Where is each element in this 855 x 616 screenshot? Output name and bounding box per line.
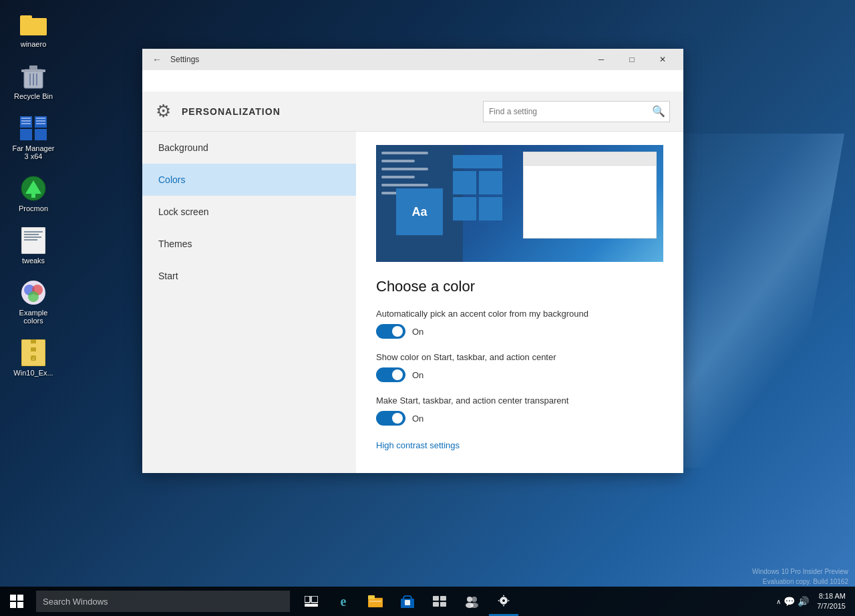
maximize-button[interactable]: □	[617, 49, 647, 70]
desktop-icon-tweaks[interactable]: tweaks	[7, 223, 60, 269]
auto-accent-setting: Automatically pick an accent color from …	[376, 309, 663, 339]
preview-line-1	[381, 152, 428, 154]
svg-rect-14	[21, 118, 31, 119]
window-controls: ─ □ ✕	[586, 49, 678, 70]
svg-point-55	[467, 597, 472, 602]
desktop-icon-example-colors[interactable]: Example colors	[7, 275, 60, 329]
transparent-start-toggle-row: On	[376, 411, 663, 426]
taskbar: Search Windows e	[0, 587, 855, 616]
preview-tile-1	[453, 171, 476, 194]
svg-rect-16	[21, 123, 31, 124]
settings-body: ⚙ PERSONALIZATION 🔍 Background Colors	[142, 70, 683, 473]
preview-window-header	[524, 152, 656, 166]
auto-accent-toggle-row: On	[376, 324, 663, 339]
title-bar: ← Settings ─ □ ✕	[142, 49, 683, 70]
svg-rect-34	[31, 343, 36, 347]
taskbar-app-icons: e	[297, 587, 518, 616]
desktop-icon-recycle-bin-label: Recycle Bin	[14, 92, 53, 100]
preview-font-icon: Aa	[396, 188, 443, 235]
preview-tile-2	[479, 171, 502, 194]
window-title: Settings	[166, 55, 586, 64]
color-on-start-label: Show color on Start, taskbar, and action…	[376, 352, 663, 362]
people-button[interactable]	[457, 587, 486, 616]
clock-date: 7/7/2015	[817, 601, 846, 611]
sidebar-item-lock-screen[interactable]: Lock screen	[142, 196, 356, 228]
desktop-icon-example-colors-label: Example colors	[11, 309, 56, 325]
svg-rect-47	[368, 595, 375, 599]
svg-rect-43	[305, 596, 310, 603]
main-content: Aa Choose a	[356, 132, 683, 473]
svg-rect-24	[24, 231, 43, 233]
preview-tile-4	[479, 197, 502, 220]
taskview2-button[interactable]	[425, 587, 454, 616]
volume-icon[interactable]: 🔊	[798, 596, 809, 607]
svg-rect-18	[36, 120, 45, 122]
store-button[interactable]	[393, 587, 422, 616]
back-button[interactable]: ←	[148, 50, 166, 69]
tray-expand-icon[interactable]: ∧	[776, 598, 781, 605]
settings-taskbar-button[interactable]	[489, 587, 518, 616]
build-info-line1: Windows 10 Pro Insider Preview	[752, 567, 848, 577]
transparent-start-toggle[interactable]	[376, 411, 405, 426]
edge-button[interactable]: e	[329, 587, 358, 616]
svg-rect-17	[36, 118, 45, 119]
svg-rect-33	[31, 339, 36, 343]
svg-rect-6	[21, 69, 45, 72]
svg-rect-36	[31, 351, 36, 355]
svg-rect-53	[433, 602, 439, 607]
color-on-start-toggle[interactable]	[376, 367, 405, 382]
svg-rect-25	[24, 234, 39, 235]
preview-line-5	[381, 184, 428, 186]
settings-gear-icon: ⚙	[156, 101, 171, 122]
desktop-icon-win10-ex[interactable]: Z Win10_Ex...	[7, 335, 60, 381]
sidebar-item-themes[interactable]: Themes	[142, 228, 356, 260]
desktop-icon-procmon[interactable]: Procmon	[7, 171, 60, 216]
svg-rect-51	[433, 596, 439, 601]
svg-rect-41	[10, 602, 16, 608]
colors-section-title: Choose a color	[376, 278, 663, 295]
system-clock[interactable]: 8:18 AM 7/7/2015	[813, 590, 850, 613]
desktop-icon-far-manager[interactable]: Far Manager 3 x64	[7, 111, 60, 164]
sidebar-item-colors[interactable]: Colors	[142, 164, 356, 196]
svg-rect-42	[17, 602, 23, 608]
desktop-icon-winaero-label: winaero	[21, 40, 47, 48]
close-button[interactable]: ✕	[647, 49, 678, 70]
sidebar-item-background[interactable]: Background	[142, 132, 356, 164]
task-view-button[interactable]	[297, 587, 326, 616]
explorer-button[interactable]	[361, 587, 390, 616]
desktop-icon-recycle-bin[interactable]: Recycle Bin	[7, 59, 60, 104]
start-button[interactable]	[0, 587, 33, 616]
desktop-icon-far-manager-label: Far Manager 3 x64	[11, 144, 56, 160]
preview-line-3	[381, 168, 428, 170]
svg-rect-12	[20, 129, 32, 140]
svg-rect-45	[305, 604, 318, 607]
color-on-start-toggle-label: On	[412, 370, 423, 380]
search-icon[interactable]: 🔍	[648, 101, 669, 122]
svg-rect-15	[21, 120, 31, 122]
notification-icon[interactable]: 💬	[784, 596, 795, 607]
svg-point-31	[28, 291, 39, 302]
sidebar-item-start[interactable]: Start	[142, 260, 356, 292]
zip-icon: Z	[20, 339, 47, 366]
build-info: Windows 10 Pro Insider Preview Evaluatio…	[752, 567, 848, 587]
settings-search-input[interactable]	[484, 107, 648, 116]
svg-rect-13	[35, 129, 47, 140]
preview-tile-wide	[453, 155, 502, 168]
auto-accent-toggle[interactable]	[376, 324, 405, 339]
settings-section-title: PERSONALIZATION	[182, 106, 472, 117]
minimize-button[interactable]: ─	[586, 49, 617, 70]
svg-point-56	[472, 597, 477, 602]
preview-tile-3	[453, 197, 476, 220]
procmon-icon	[20, 175, 47, 202]
high-contrast-link[interactable]: High contrast settings	[376, 440, 460, 450]
svg-point-58	[470, 603, 478, 608]
example-colors-icon	[20, 279, 47, 306]
color-on-start-setting: Show color on Start, taskbar, and action…	[376, 352, 663, 382]
svg-rect-26	[24, 237, 41, 238]
taskbar-search[interactable]: Search Windows	[36, 591, 290, 612]
color-on-start-toggle-row: On	[376, 367, 663, 382]
svg-rect-19	[36, 123, 45, 124]
desktop-icon-winaero[interactable]: winaero	[7, 7, 60, 52]
svg-point-59	[502, 599, 506, 603]
settings-header: ⚙ PERSONALIZATION 🔍	[142, 92, 683, 132]
